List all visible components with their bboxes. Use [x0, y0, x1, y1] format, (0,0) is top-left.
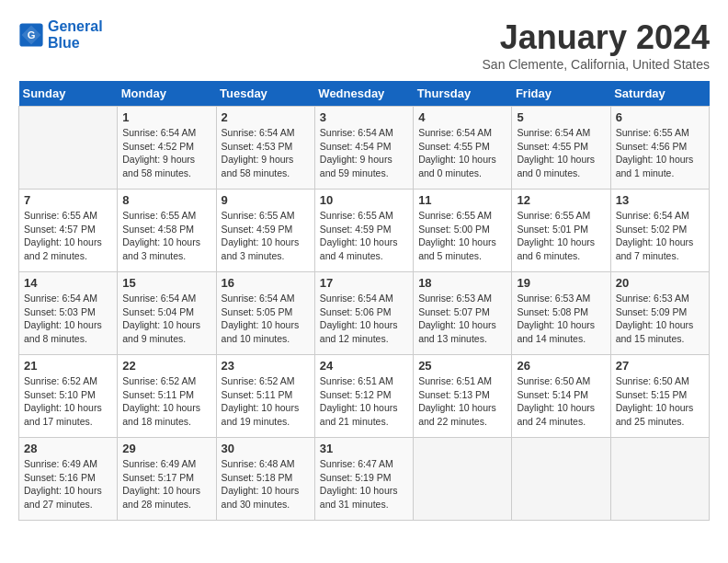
weekday-header-monday: Monday [118, 81, 216, 107]
day-info: Sunrise: 6:54 AM Sunset: 4:55 PM Dayligh… [418, 126, 506, 180]
calendar-cell: 21Sunrise: 6:52 AM Sunset: 5:10 PM Dayli… [19, 355, 118, 438]
page-header: G General Blue January 2024 San Clemente… [18, 18, 710, 72]
calendar-cell: 20Sunrise: 6:53 AM Sunset: 5:09 PM Dayli… [610, 272, 709, 355]
calendar-cell: 7Sunrise: 6:55 AM Sunset: 4:57 PM Daylig… [19, 190, 118, 272]
day-number: 27 [616, 359, 704, 373]
day-number: 1 [122, 110, 210, 124]
svg-text:G: G [28, 29, 36, 40]
weekday-header-friday: Friday [512, 81, 610, 107]
calendar-cell: 25Sunrise: 6:51 AM Sunset: 5:13 PM Dayli… [414, 355, 512, 438]
calendar-cell: 27Sunrise: 6:50 AM Sunset: 5:15 PM Dayli… [610, 355, 709, 438]
logo-icon: G [18, 22, 44, 48]
calendar-cell: 4Sunrise: 6:54 AM Sunset: 4:55 PM Daylig… [414, 107, 512, 190]
calendar-cell: 18Sunrise: 6:53 AM Sunset: 5:07 PM Dayli… [414, 272, 512, 355]
day-info: Sunrise: 6:53 AM Sunset: 5:09 PM Dayligh… [616, 292, 704, 346]
day-info: Sunrise: 6:49 AM Sunset: 5:16 PM Dayligh… [24, 457, 112, 511]
day-number: 10 [320, 193, 408, 207]
day-number: 14 [24, 276, 112, 290]
day-info: Sunrise: 6:49 AM Sunset: 5:17 PM Dayligh… [122, 457, 210, 511]
day-number: 12 [517, 193, 605, 207]
day-info: Sunrise: 6:55 AM Sunset: 4:58 PM Dayligh… [122, 209, 210, 263]
calendar-cell: 14Sunrise: 6:54 AM Sunset: 5:03 PM Dayli… [19, 272, 118, 355]
day-number: 2 [222, 110, 310, 124]
day-number: 7 [24, 193, 112, 207]
calendar-cell: 2Sunrise: 6:54 AM Sunset: 4:53 PM Daylig… [216, 107, 314, 190]
calendar-cell [512, 438, 610, 521]
day-info: Sunrise: 6:54 AM Sunset: 4:55 PM Dayligh… [517, 126, 605, 180]
day-number: 9 [222, 193, 310, 207]
calendar-cell: 16Sunrise: 6:54 AM Sunset: 5:05 PM Dayli… [216, 272, 314, 355]
calendar-cell: 3Sunrise: 6:54 AM Sunset: 4:54 PM Daylig… [314, 107, 413, 190]
calendar-cell: 8Sunrise: 6:55 AM Sunset: 4:58 PM Daylig… [118, 190, 216, 272]
day-number: 16 [222, 276, 310, 290]
calendar-cell: 13Sunrise: 6:54 AM Sunset: 5:02 PM Dayli… [610, 190, 709, 272]
calendar-cell: 10Sunrise: 6:55 AM Sunset: 4:59 PM Dayli… [314, 190, 413, 272]
calendar-week-row: 7Sunrise: 6:55 AM Sunset: 4:57 PM Daylig… [19, 190, 710, 272]
weekday-header-tuesday: Tuesday [216, 81, 314, 107]
location: San Clemente, California, United States [483, 57, 710, 72]
calendar-cell: 29Sunrise: 6:49 AM Sunset: 5:17 PM Dayli… [118, 438, 216, 521]
title-block: January 2024 San Clemente, California, U… [483, 18, 710, 72]
day-number: 4 [418, 110, 506, 124]
calendar-week-row: 1Sunrise: 6:54 AM Sunset: 4:52 PM Daylig… [19, 107, 710, 190]
day-info: Sunrise: 6:50 AM Sunset: 5:14 PM Dayligh… [517, 374, 605, 429]
calendar-cell: 17Sunrise: 6:54 AM Sunset: 5:06 PM Dayli… [314, 272, 413, 355]
day-info: Sunrise: 6:54 AM Sunset: 4:52 PM Dayligh… [122, 126, 210, 180]
day-info: Sunrise: 6:54 AM Sunset: 4:54 PM Dayligh… [320, 126, 408, 180]
day-info: Sunrise: 6:55 AM Sunset: 4:59 PM Dayligh… [222, 209, 310, 263]
calendar-cell: 1Sunrise: 6:54 AM Sunset: 4:52 PM Daylig… [118, 107, 216, 190]
calendar-week-row: 21Sunrise: 6:52 AM Sunset: 5:10 PM Dayli… [19, 355, 710, 438]
calendar-cell: 9Sunrise: 6:55 AM Sunset: 4:59 PM Daylig… [216, 190, 314, 272]
day-info: Sunrise: 6:54 AM Sunset: 5:04 PM Dayligh… [122, 292, 210, 346]
calendar-cell: 23Sunrise: 6:52 AM Sunset: 5:11 PM Dayli… [216, 355, 314, 438]
day-info: Sunrise: 6:55 AM Sunset: 4:59 PM Dayligh… [320, 209, 408, 263]
day-number: 6 [616, 110, 704, 124]
day-info: Sunrise: 6:47 AM Sunset: 5:19 PM Dayligh… [320, 457, 408, 511]
day-number: 26 [517, 359, 605, 373]
day-info: Sunrise: 6:54 AM Sunset: 5:06 PM Dayligh… [320, 292, 408, 346]
day-info: Sunrise: 6:52 AM Sunset: 5:11 PM Dayligh… [222, 374, 310, 429]
calendar-table: SundayMondayTuesdayWednesdayThursdayFrid… [18, 81, 710, 521]
day-info: Sunrise: 6:54 AM Sunset: 5:02 PM Dayligh… [616, 209, 704, 263]
calendar-cell: 15Sunrise: 6:54 AM Sunset: 5:04 PM Dayli… [118, 272, 216, 355]
calendar-cell: 12Sunrise: 6:55 AM Sunset: 5:01 PM Dayli… [512, 190, 610, 272]
calendar-cell [414, 438, 512, 521]
calendar-week-row: 14Sunrise: 6:54 AM Sunset: 5:03 PM Dayli… [19, 272, 710, 355]
logo: G General Blue [18, 18, 103, 52]
day-number: 31 [320, 442, 408, 455]
weekday-header-thursday: Thursday [414, 81, 512, 107]
calendar-cell: 11Sunrise: 6:55 AM Sunset: 5:00 PM Dayli… [414, 190, 512, 272]
day-info: Sunrise: 6:53 AM Sunset: 5:08 PM Dayligh… [517, 292, 605, 346]
day-number: 20 [616, 276, 704, 290]
day-info: Sunrise: 6:51 AM Sunset: 5:12 PM Dayligh… [320, 374, 408, 429]
day-info: Sunrise: 6:54 AM Sunset: 5:05 PM Dayligh… [222, 292, 310, 346]
day-info: Sunrise: 6:52 AM Sunset: 5:10 PM Dayligh… [24, 374, 112, 429]
calendar-cell: 6Sunrise: 6:55 AM Sunset: 4:56 PM Daylig… [610, 107, 709, 190]
day-number: 23 [222, 359, 310, 373]
day-info: Sunrise: 6:55 AM Sunset: 5:00 PM Dayligh… [418, 209, 506, 263]
day-number: 25 [418, 359, 506, 373]
calendar-cell: 31Sunrise: 6:47 AM Sunset: 5:19 PM Dayli… [314, 438, 413, 521]
day-info: Sunrise: 6:48 AM Sunset: 5:18 PM Dayligh… [222, 457, 310, 511]
day-number: 8 [122, 193, 210, 207]
weekday-header-sunday: Sunday [19, 81, 118, 107]
weekday-header-row: SundayMondayTuesdayWednesdayThursdayFrid… [19, 81, 710, 107]
calendar-cell: 24Sunrise: 6:51 AM Sunset: 5:12 PM Dayli… [314, 355, 413, 438]
day-number: 21 [24, 359, 112, 373]
day-number: 17 [320, 276, 408, 290]
day-info: Sunrise: 6:55 AM Sunset: 5:01 PM Dayligh… [517, 209, 605, 263]
day-number: 13 [616, 193, 704, 207]
day-info: Sunrise: 6:54 AM Sunset: 4:53 PM Dayligh… [222, 126, 310, 180]
day-number: 18 [418, 276, 506, 290]
day-info: Sunrise: 6:55 AM Sunset: 4:56 PM Dayligh… [616, 126, 704, 180]
calendar-week-row: 28Sunrise: 6:49 AM Sunset: 5:16 PM Dayli… [19, 438, 710, 521]
day-info: Sunrise: 6:53 AM Sunset: 5:07 PM Dayligh… [418, 292, 506, 346]
day-number: 30 [222, 442, 310, 455]
calendar-cell: 28Sunrise: 6:49 AM Sunset: 5:16 PM Dayli… [19, 438, 118, 521]
calendar-cell: 26Sunrise: 6:50 AM Sunset: 5:14 PM Dayli… [512, 355, 610, 438]
month-title: January 2024 [483, 18, 710, 57]
day-number: 24 [320, 359, 408, 373]
calendar-cell: 19Sunrise: 6:53 AM Sunset: 5:08 PM Dayli… [512, 272, 610, 355]
day-info: Sunrise: 6:55 AM Sunset: 4:57 PM Dayligh… [24, 209, 112, 263]
day-number: 19 [517, 276, 605, 290]
